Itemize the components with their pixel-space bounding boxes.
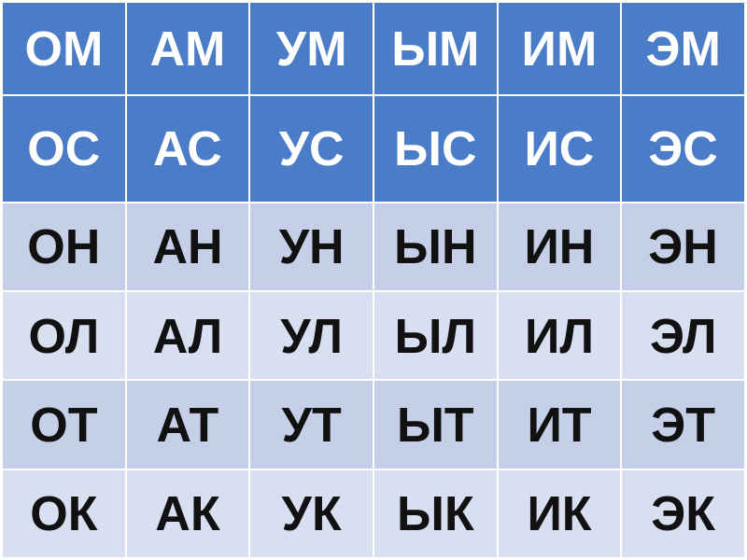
cell-4-3: ЫК xyxy=(374,469,498,558)
cell-4-0: ОК xyxy=(2,469,126,558)
cell-0-0: ОС xyxy=(2,95,126,203)
cell-1-5: ЭН xyxy=(621,203,745,291)
cell-3-2: УТ xyxy=(249,380,374,469)
cell-3-3: ЫТ xyxy=(374,380,498,469)
cell-2-1: АЛ xyxy=(126,291,250,380)
header-cell-4: ИМ xyxy=(498,2,622,95)
table-row-2: ОЛАЛУЛЫЛИЛЭЛ xyxy=(2,291,745,380)
table-row-3: ОТАТУТЫТИТЭТ xyxy=(2,380,745,469)
cell-3-5: ЭТ xyxy=(621,380,745,469)
cell-1-1: АН xyxy=(126,203,250,291)
header-cell-3: ЫМ xyxy=(374,2,498,95)
cell-2-5: ЭЛ xyxy=(621,291,745,380)
cell-4-1: АК xyxy=(126,469,250,558)
cell-0-4: ИС xyxy=(498,95,622,203)
header-cell-1: АМ xyxy=(126,2,250,95)
cell-3-4: ИТ xyxy=(498,380,622,469)
cell-1-2: УН xyxy=(249,203,374,291)
cell-4-5: ЭК xyxy=(621,469,745,558)
cell-2-4: ИЛ xyxy=(498,291,622,380)
cell-3-0: ОТ xyxy=(2,380,126,469)
header-cell-2: УМ xyxy=(249,2,374,95)
header-row: ОМАМУМЫМИМЭМ xyxy=(2,2,745,95)
cell-0-1: АС xyxy=(126,95,250,203)
table-body: ОСАСУСЫСИСЭСОНАНУНЫНИНЭНОЛАЛУЛЫЛИЛЭЛОТАТ… xyxy=(2,95,745,558)
table-row-0: ОСАСУСЫСИСЭС xyxy=(2,95,745,203)
cell-1-4: ИН xyxy=(498,203,622,291)
cell-2-3: ЫЛ xyxy=(374,291,498,380)
cell-3-1: АТ xyxy=(126,380,250,469)
header-cell-5: ЭМ xyxy=(621,2,745,95)
table-row-1: ОНАНУНЫНИНЭН xyxy=(2,203,745,291)
cell-1-3: ЫН xyxy=(374,203,498,291)
cell-1-0: ОН xyxy=(2,203,126,291)
cell-2-2: УЛ xyxy=(249,291,374,380)
cell-4-2: УК xyxy=(249,469,374,558)
header-cell-0: ОМ xyxy=(2,2,126,95)
table-row-4: ОКАКУКЫКИКЭК xyxy=(2,469,745,558)
cell-0-2: УС xyxy=(249,95,374,203)
cell-0-3: ЫС xyxy=(374,95,498,203)
cell-4-4: ИК xyxy=(498,469,622,558)
syllable-table: ОМАМУМЫМИМЭМ ОСАСУСЫСИСЭСОНАНУНЫНИНЭНОЛА… xyxy=(1,1,746,559)
cell-2-0: ОЛ xyxy=(2,291,126,380)
cell-0-5: ЭС xyxy=(621,95,745,203)
